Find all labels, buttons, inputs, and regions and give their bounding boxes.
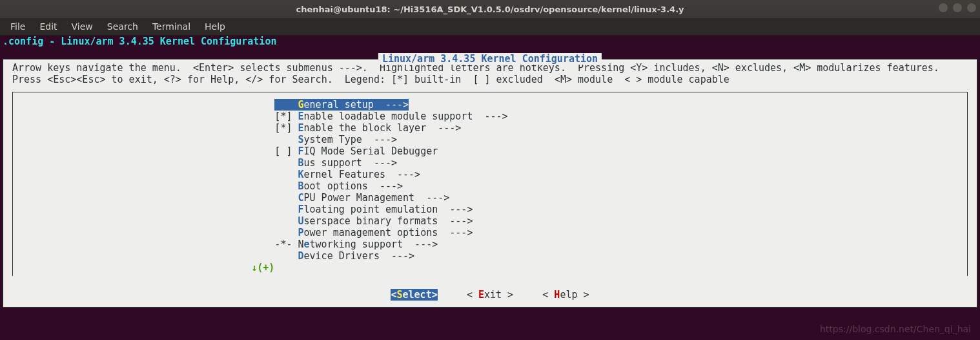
menu-list: General setup ---> [*] Enable loadable m… bbox=[12, 92, 968, 276]
config-header: .config - Linux/arm 3.4.35 Kernel Config… bbox=[0, 36, 980, 47]
menuconfig-frame: Linux/arm 3.4.35 Kernel Configuration Ar… bbox=[3, 59, 977, 308]
menu-item-prefix bbox=[274, 250, 298, 262]
menu-item-hotkey: K bbox=[298, 169, 303, 180]
button-hotkey: E bbox=[478, 289, 484, 301]
watermark: https://blog.csdn.net/Chen_qi_hai bbox=[820, 324, 971, 334]
menu-item-prefix bbox=[274, 169, 298, 180]
menu-item-label: nable the block layer ---> bbox=[304, 122, 462, 134]
menu-item-prefix bbox=[274, 134, 298, 145]
help-text-2: Press <Esc><Esc> to exit, <?> for Help, … bbox=[12, 74, 968, 85]
menu-item-prefix: [ ] bbox=[274, 145, 298, 157]
menu-item[interactable]: Floating point emulation ---> bbox=[18, 204, 962, 215]
menu-item-prefix bbox=[274, 180, 298, 192]
menu-item-label: tworking support ---> bbox=[310, 239, 438, 250]
menu-item-label: ystem Type ---> bbox=[304, 134, 398, 145]
menu-item-hotkey: e bbox=[304, 239, 310, 250]
arrow-down-icon: ↓ bbox=[251, 262, 257, 273]
menu-item-hotkey: F bbox=[298, 145, 303, 157]
button-row: <Select> < Exit > < Help > bbox=[12, 276, 968, 303]
menu-item-hotkey: P bbox=[298, 227, 303, 239]
menu-item-label: us support ---> bbox=[304, 157, 398, 169]
menu-item-label: loating point emulation ---> bbox=[304, 204, 473, 215]
menu-item-label: PU Power Management ---> bbox=[304, 192, 450, 204]
terminal-area[interactable]: .config - Linux/arm 3.4.35 Kernel Config… bbox=[0, 36, 980, 308]
menu-item[interactable]: Kernel Features ---> bbox=[18, 169, 962, 180]
scroll-indicator: ↓(+) bbox=[18, 262, 962, 273]
menu-item-hotkey: E bbox=[298, 111, 303, 122]
menu-item-prefix bbox=[274, 157, 298, 169]
menu-item-prefix bbox=[274, 204, 298, 215]
menu-item-label: evice Drivers ---> bbox=[304, 250, 415, 262]
menu-item[interactable]: Userspace binary formats ---> bbox=[18, 215, 962, 227]
menu-terminal[interactable]: Terminal bbox=[146, 20, 197, 33]
menu-item-hotkey: E bbox=[298, 122, 303, 134]
menu-item-prefix bbox=[274, 215, 298, 227]
menu-item[interactable]: Boot options ---> bbox=[18, 180, 962, 192]
menu-item-hotkey: S bbox=[298, 134, 303, 145]
window-controls bbox=[939, 3, 976, 12]
menu-item-label: nable loadable module support ---> bbox=[304, 111, 508, 122]
menu-item-label: IQ Mode Serial Debugger bbox=[304, 145, 438, 157]
menu-edit[interactable]: Edit bbox=[33, 20, 63, 33]
menu-item-hotkey: U bbox=[298, 215, 303, 227]
menu-item-hotkey: B bbox=[298, 180, 303, 192]
menu-item[interactable]: [*] Enable loadable module support ---> bbox=[18, 111, 962, 122]
minimize-icon[interactable] bbox=[939, 3, 948, 12]
menu-item-label: ernel Features ---> bbox=[304, 169, 421, 180]
menu-view[interactable]: View bbox=[65, 20, 99, 33]
menu-item[interactable]: Power management options ---> bbox=[18, 227, 962, 239]
exit-button[interactable]: < Exit > bbox=[467, 289, 513, 301]
menu-item[interactable]: CPU Power Management ---> bbox=[18, 192, 962, 204]
menu-item[interactable]: Device Drivers ---> bbox=[18, 250, 962, 262]
window-titlebar: chenhai@ubuntu18: ~/Hi3516A_SDK_V1.0.5.0… bbox=[0, 0, 980, 18]
menu-item-hotkey: D bbox=[298, 250, 303, 262]
menu-item[interactable]: Bus support ---> bbox=[18, 157, 962, 169]
menu-item-prefix: [*] bbox=[274, 111, 298, 122]
menu-file[interactable]: File bbox=[4, 20, 32, 33]
help-button[interactable]: < Help > bbox=[542, 289, 589, 301]
menu-help[interactable]: Help bbox=[198, 20, 232, 33]
menu-item[interactable]: General setup ---> bbox=[18, 99, 962, 111]
button-hotkey: S bbox=[397, 289, 403, 301]
menu-item-label: serspace binary formats ---> bbox=[304, 215, 473, 227]
window-title: chenhai@ubuntu18: ~/Hi3516A_SDK_V1.0.5.0… bbox=[296, 5, 684, 14]
menu-item-prefix bbox=[274, 99, 298, 111]
menu-item-label: ower management options ---> bbox=[304, 227, 473, 239]
menu-search[interactable]: Search bbox=[101, 20, 145, 33]
select-button[interactable]: <Select> bbox=[391, 289, 437, 301]
menu-item[interactable]: System Type ---> bbox=[18, 134, 962, 145]
close-icon[interactable] bbox=[967, 3, 976, 12]
menu-item-prefix bbox=[274, 227, 298, 239]
menu-item-hotkey: G bbox=[298, 99, 303, 111]
menu-item-prefix bbox=[274, 192, 298, 204]
menu-item-label: oot options ---> bbox=[304, 180, 403, 192]
menu-item-hotkey: C bbox=[298, 192, 303, 204]
menu-item[interactable]: [*] Enable the block layer ---> bbox=[18, 122, 962, 134]
menu-item[interactable]: -*- Networking support ---> bbox=[18, 239, 962, 250]
frame-title: Linux/arm 3.4.35 Kernel Configuration bbox=[378, 53, 602, 65]
outer-border: Linux/arm 3.4.35 Kernel Configuration Ar… bbox=[3, 59, 977, 308]
maximize-icon[interactable] bbox=[953, 3, 962, 12]
menu-item-hotkey: F bbox=[298, 204, 303, 215]
menu-item[interactable]: [ ] FIQ Mode Serial Debugger bbox=[18, 145, 962, 157]
menu-item-hotkey: B bbox=[298, 157, 303, 169]
menu-item-prefix: -*- bbox=[274, 239, 298, 250]
menu-item-label: eneral setup ---> bbox=[304, 99, 409, 111]
menu-item-prefix: [*] bbox=[274, 122, 298, 134]
app-menubar: File Edit View Search Terminal Help bbox=[0, 18, 980, 36]
